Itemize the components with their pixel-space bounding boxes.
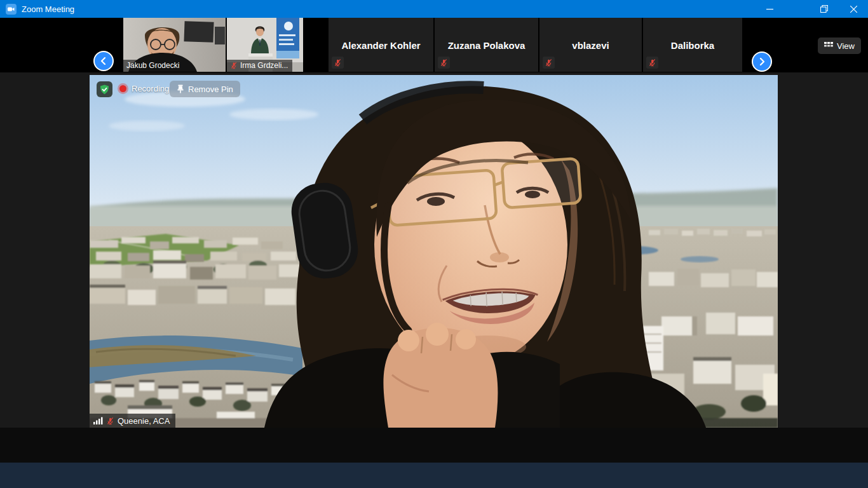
participant-tile-vblazevi[interactable]: vblazevi (539, 18, 642, 72)
mic-off-icon (230, 62, 238, 69)
zoom-app-icon (6, 4, 17, 15)
signal-strength-icon (93, 417, 103, 424)
speaker-name: Queenie, ACA (118, 416, 170, 426)
mic-off-icon (648, 58, 656, 67)
participant-name: Jakub Grodecki (126, 61, 179, 70)
restore-button[interactable] (810, 0, 839, 18)
participant-tile-daliborka[interactable]: Daliborka (643, 18, 742, 72)
mic-off-icon (440, 58, 448, 67)
mute-indicator (543, 57, 555, 69)
mute-indicator (332, 57, 344, 69)
previous-participants-button[interactable] (93, 51, 114, 71)
mic-off-icon (545, 58, 553, 67)
recording-indicator-icon (119, 85, 126, 92)
pin-icon (177, 85, 184, 93)
next-participants-button[interactable] (752, 51, 772, 72)
shield-check-icon (100, 85, 109, 95)
meeting-toolbar: Unmute Stop Video 31 Participants (0, 428, 868, 463)
titlebar: Zoom Meeting (0, 0, 868, 18)
windows-taskbar: W T O N x (0, 463, 868, 488)
zoom-meeting-window: Zoom Meeting (0, 0, 868, 488)
grid-view-icon (824, 42, 833, 50)
participant-name: Irma Grdzeli... (240, 61, 288, 70)
speaker-name-label: Queenie, ACA (90, 414, 175, 428)
participant-filmstrip: Jakub Grodecki (0, 18, 868, 72)
remove-pin-label: Remove Pin (188, 85, 233, 94)
mic-off-icon (334, 58, 342, 67)
participant-tile-jakub[interactable]: Jakub Grodecki (123, 18, 226, 72)
participant-name: Alexander Kohler (329, 39, 433, 50)
mute-indicator (646, 57, 658, 69)
close-button[interactable] (839, 0, 868, 18)
chevron-left-icon (100, 57, 107, 65)
participant-tile-irma[interactable]: Irma Grdzeli... (227, 18, 303, 72)
speaker-video-scene (90, 75, 778, 428)
security-shield-button[interactable] (97, 81, 112, 97)
participant-name: Zuzana Polakova (435, 39, 538, 50)
view-button[interactable]: View (818, 37, 861, 54)
remove-pin-button[interactable]: Remove Pin (170, 81, 240, 97)
minimize-button[interactable] (755, 0, 784, 18)
participant-tile-alexander[interactable]: Alexander Kohler (329, 18, 433, 72)
window-title: Zoom Meeting (22, 4, 74, 14)
mute-indicator (438, 57, 450, 69)
chevron-right-icon (758, 58, 766, 65)
view-button-label: View (837, 41, 855, 51)
pinned-speaker-video[interactable] (90, 75, 778, 428)
participant-name-label: Jakub Grodecki (123, 60, 184, 72)
recording-label: Recording (132, 84, 169, 93)
participant-name-label: Irma Grdzeli... (227, 60, 292, 72)
mic-off-icon (106, 417, 114, 425)
participant-name: Daliborka (643, 39, 742, 50)
participant-name: vblazevi (539, 39, 642, 50)
participant-tile-zuzana[interactable]: Zuzana Polakova (435, 18, 538, 72)
